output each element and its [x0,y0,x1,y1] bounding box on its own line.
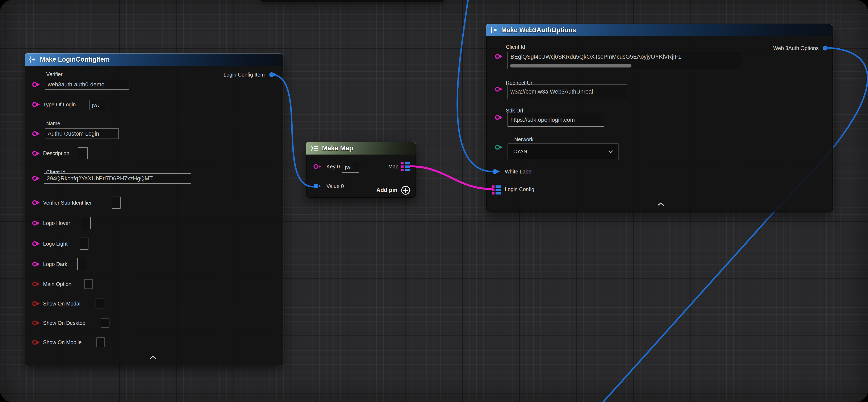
pin-label-network: Network [514,136,534,143]
map-pin-icon-connected[interactable] [401,162,411,172]
string-pin-icon[interactable] [32,240,41,247]
bool-pin-icon[interactable] [32,320,41,326]
verifier-input[interactable]: web3auth-auth0-demo [45,80,129,90]
node-title: Make LoginConfigItem [40,56,110,63]
logo-light-input[interactable] [80,237,88,250]
pin-label-key0: Key 0 [327,163,340,170]
string-pin-icon[interactable] [32,81,41,88]
pin-label-white-label: White Label [505,168,532,175]
string-pin-icon[interactable] [32,101,41,108]
network-dropdown[interactable]: CYAN [507,143,619,160]
logo-hover-input[interactable] [82,217,91,229]
node-make-web3authoptions[interactable]: Make Web3AuthOptions Client Id BEglQSgt4… [486,24,833,211]
offscreen-node-bottom-edge[interactable] [261,0,444,2]
show-on-modal-checkbox[interactable] [96,298,104,309]
enum-pin-icon[interactable] [495,144,504,150]
pin-label-logo-hover: Logo Hover [43,220,70,226]
pin-label-logo-light: Logo Light [43,240,68,247]
pin-label-type-of-login: Type Of Login [43,101,76,108]
node-make-loginconfigitem[interactable]: Make LoginConfigItem Verifier web3auth-a… [25,53,283,366]
wire-map-to-login-config[interactable] [410,166,492,189]
pin-label-show-on-modal: Show On Modal [43,300,81,307]
sdk-url-input[interactable]: https://sdk.openlogin.com [507,113,604,127]
bool-pin-icon[interactable] [32,339,41,345]
add-pin-icon[interactable] [400,185,411,196]
node-header-make-map[interactable]: Make Map [306,142,416,154]
network-dropdown-value: CYAN [514,149,527,154]
struct-pin-icon-connected[interactable] [313,183,322,189]
verifier-sub-identifier-input[interactable] [112,197,121,209]
make-map-icon [310,145,319,151]
collapse-chevron-icon[interactable] [149,355,157,360]
pin-label-web3auth-options: Web 3Auth Options [773,45,818,51]
string-pin-icon[interactable] [32,200,41,206]
string-pin-icon[interactable] [32,261,41,267]
blueprint-canvas[interactable]: Make LoginConfigItem Verifier web3auth-a… [0,0,868,402]
string-pin-icon[interactable] [32,175,41,181]
make-struct-icon [490,27,498,33]
pin-label-map: Map [388,163,399,170]
client-id-input-scrollbar[interactable] [510,64,631,67]
description-input[interactable] [78,147,88,160]
make-struct-icon [29,56,36,63]
pin-label-description: Description [43,150,69,156]
pin-label-value0: Value 0 [327,183,344,189]
logo-dark-input[interactable] [77,258,86,270]
bool-pin-icon[interactable] [32,281,41,287]
pin-label-show-on-mobile: Show On Mobile [43,339,82,345]
collapse-chevron-icon[interactable] [657,202,665,206]
add-pin-label[interactable]: Add pin [376,187,398,193]
chevron-down-icon [608,150,613,153]
node-make-map[interactable]: Make Map Key 0 jwt Map Value 0 Add pin [306,142,416,198]
pin-label-main-option: Main Option [43,281,71,287]
pin-label-client-id: Client Id [506,44,525,50]
node-title: Make Map [322,144,353,152]
map-pin-icon-connected[interactable] [492,185,501,195]
pin-label-verifier-sub-identifier: Verifier Sub Identifier [43,200,92,206]
struct-pin-icon-connected[interactable] [823,45,832,51]
node-header-make-web3authoptions[interactable]: Make Web3AuthOptions [486,24,833,36]
pin-label-login-config-item: Login Config Item [223,71,265,78]
main-option-checkbox[interactable] [84,279,93,289]
key0-input[interactable]: jwt [342,162,359,173]
pin-label-name: Name [46,120,60,126]
string-pin-icon[interactable] [495,53,504,59]
bool-pin-icon[interactable] [32,300,41,307]
struct-pin-icon-connected[interactable] [269,71,278,78]
name-input[interactable]: Auth0 Custom Login [45,128,119,139]
pin-label-logo-dark: Logo Dark [43,261,67,267]
type-of-login-input[interactable]: jwt [89,100,105,110]
string-pin-icon[interactable] [32,150,41,156]
pin-label-verifier: Verifier [46,71,63,77]
string-pin-icon[interactable] [495,114,504,120]
string-pin-icon[interactable] [495,86,504,92]
string-pin-icon[interactable] [32,220,41,226]
struct-pin-icon-connected[interactable] [492,168,501,175]
client-id-input[interactable]: 294QRkchfq2YaXUbPri7D6PH7xzHgQMT [44,173,191,184]
pin-label-login-config: Login Config [505,186,534,192]
show-on-mobile-checkbox[interactable] [96,337,105,347]
node-header-make-loginconfigitem[interactable]: Make LoginConfigItem [25,53,283,66]
pin-label-show-on-desktop: Show On Desktop [43,320,86,326]
string-pin-icon[interactable] [313,163,322,170]
node-title: Make Web3AuthOptions [501,26,576,34]
show-on-desktop-checkbox[interactable] [101,318,110,328]
string-pin-icon[interactable] [32,131,41,137]
redirect-url-input[interactable]: w3a://com.w3a.Web3AuthUnreal [507,85,627,99]
